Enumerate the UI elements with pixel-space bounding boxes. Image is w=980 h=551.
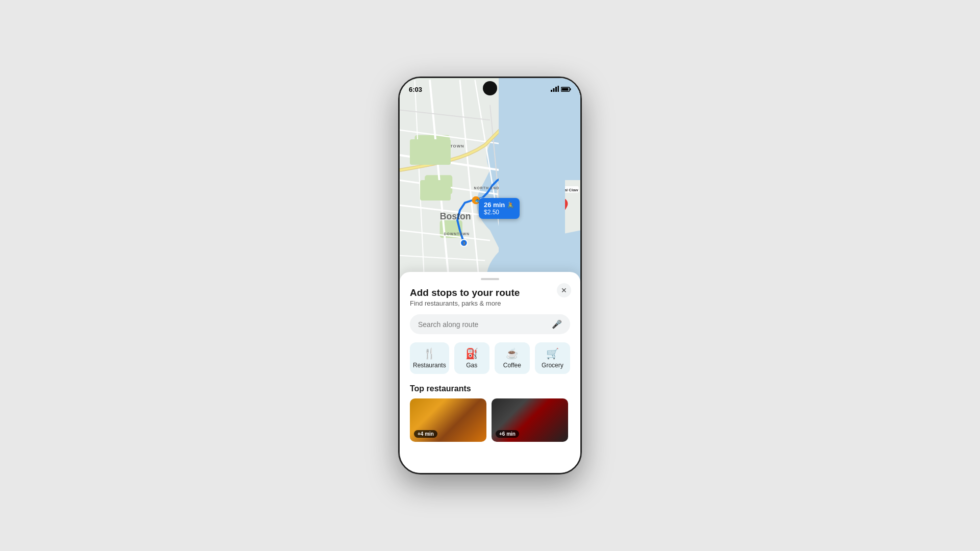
coffee-icon: ☕ bbox=[506, 347, 519, 360]
route-time: 26 min 🚴 bbox=[484, 201, 514, 209]
restaurant-badge-2: +6 min bbox=[496, 430, 519, 438]
search-box: 🎤 bbox=[410, 314, 570, 334]
category-restaurants-button[interactable]: 🍴 Restaurants bbox=[410, 342, 449, 374]
restaurants-label: Restaurants bbox=[413, 362, 446, 369]
sheet-subtitle: Find restaurants, parks & more bbox=[410, 299, 570, 307]
signal-icon bbox=[551, 85, 559, 94]
green-area-1 bbox=[410, 139, 451, 165]
grocery-icon: 🛒 bbox=[546, 347, 559, 360]
search-input[interactable] bbox=[418, 320, 548, 329]
svg-rect-0 bbox=[551, 90, 552, 92]
phone-frame: 6:03 bbox=[398, 77, 582, 474]
microphone-icon[interactable]: 🎤 bbox=[552, 319, 562, 329]
restaurant-card-2[interactable]: +6 min bbox=[492, 398, 568, 442]
battery-icon bbox=[561, 85, 571, 94]
grocery-label: Grocery bbox=[542, 362, 564, 369]
svg-text:DOWNTOWN: DOWNTOWN bbox=[444, 232, 470, 236]
green-area-2 bbox=[420, 180, 451, 201]
close-icon: ✕ bbox=[561, 286, 567, 294]
svg-text:Boston: Boston bbox=[440, 211, 471, 221]
category-coffee-button[interactable]: ☕ Coffee bbox=[495, 342, 530, 374]
coffee-label: Coffee bbox=[503, 362, 521, 369]
svg-rect-6 bbox=[562, 88, 569, 91]
route-bubble: 26 min 🚴 $2.50 bbox=[479, 198, 520, 219]
camera-notch bbox=[483, 81, 497, 95]
gas-icon: ⛽ bbox=[465, 347, 478, 360]
restaurant-card-1[interactable]: +4 min bbox=[410, 398, 486, 442]
bottom-sheet: Add stops to your route Find restaurants… bbox=[400, 272, 580, 473]
restaurants-icon: 🍴 bbox=[423, 347, 436, 360]
status-time: 6:03 bbox=[409, 86, 422, 93]
close-button[interactable]: ✕ bbox=[557, 283, 571, 297]
category-row: 🍴 Restaurants ⛽ Gas ☕ Coffee 🛒 Grocery bbox=[410, 342, 570, 374]
sheet-title: Add stops to your route bbox=[410, 287, 570, 298]
section-title: Top restaurants bbox=[410, 384, 570, 393]
svg-rect-1 bbox=[553, 88, 555, 92]
gas-label: Gas bbox=[466, 362, 477, 369]
category-grocery-button[interactable]: 🛒 Grocery bbox=[535, 342, 570, 374]
map-area: CHARLESTOWN NORTH END DOWNTOWN Boston 1A… bbox=[400, 78, 580, 292]
svg-rect-3 bbox=[558, 86, 559, 92]
route-price: $2.50 bbox=[484, 209, 514, 216]
category-gas-button[interactable]: ⛽ Gas bbox=[454, 342, 489, 374]
svg-rect-2 bbox=[555, 87, 557, 92]
svg-rect-5 bbox=[570, 88, 571, 90]
svg-text:🚶: 🚶 bbox=[462, 241, 467, 246]
drag-handle[interactable] bbox=[481, 278, 499, 280]
svg-text:NORTH END: NORTH END bbox=[474, 186, 500, 190]
status-icons bbox=[551, 85, 571, 94]
restaurant-row: +4 min +6 min bbox=[410, 398, 570, 442]
restaurant-badge-1: +4 min bbox=[414, 430, 437, 438]
